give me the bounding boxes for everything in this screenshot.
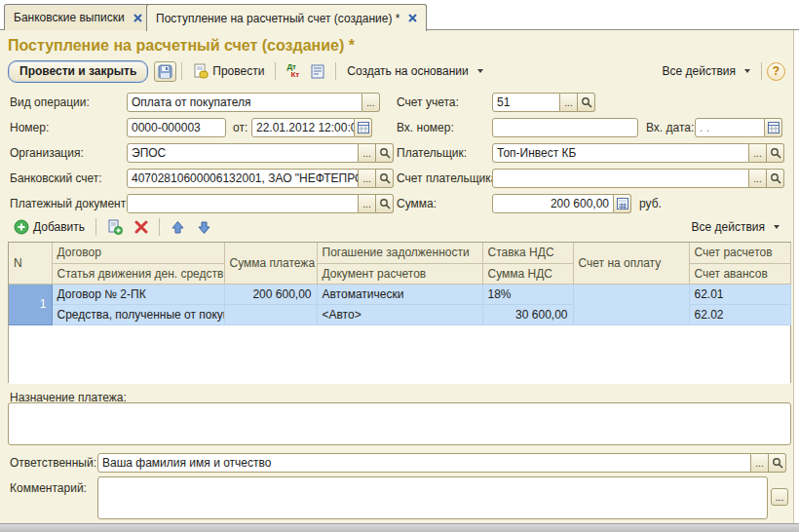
payment-document-field[interactable] — [127, 194, 359, 213]
chevron-down-icon — [477, 69, 483, 73]
operation-kind-group: Оплата от покупателя ... — [127, 93, 380, 112]
move-down-button[interactable] — [191, 216, 217, 238]
select-button[interactable]: ... — [560, 93, 578, 112]
payment-sum-cell[interactable]: 200 600,00 — [224, 284, 317, 304]
magnifier-icon[interactable] — [376, 194, 394, 213]
select-button[interactable]: ... — [359, 194, 376, 213]
add-row-button[interactable]: Добавить — [8, 216, 91, 238]
help-button[interactable]: ? — [767, 62, 785, 81]
account-label: Счет учета: — [397, 93, 459, 112]
bank-account-group: 40702810600006132001, ЗАО "НЕФТЕПРО ... — [127, 169, 394, 188]
calendar-icon[interactable] — [355, 118, 372, 137]
chevron-down-icon — [774, 225, 780, 229]
column-header: Погашение задолженности — [317, 243, 482, 263]
amount-field[interactable]: 200 600,00 — [492, 194, 614, 213]
magnifier-icon[interactable] — [376, 143, 394, 163]
select-button[interactable]: ... — [362, 93, 380, 112]
main-toolbar: Провести и закрыть Провести ДтКт — [8, 59, 785, 83]
incoming-number-field[interactable] — [492, 118, 638, 137]
copy-add-icon — [107, 219, 123, 235]
responsible-field[interactable]: Ваша фамилия имя и отчество — [97, 453, 751, 473]
magnifier-icon[interactable] — [578, 93, 595, 112]
page-title: Поступление на расчетный счет (создание)… — [8, 37, 355, 55]
table-row: 1 Договор № 2-ПК 200 600,00 Автоматическ… — [9, 284, 790, 304]
cashflow-item-cell[interactable]: Средства, полученные от покупат — [52, 304, 224, 324]
vat-rate-cell[interactable]: 18% — [482, 284, 573, 304]
incoming-date-group: . . — [695, 118, 782, 137]
row-number-cell[interactable]: 1 — [9, 284, 52, 324]
close-icon[interactable] — [133, 14, 142, 22]
invoice-account-cell[interactable] — [573, 284, 689, 324]
post-and-close-button[interactable]: Провести и закрыть — [8, 60, 148, 83]
account-field[interactable]: 51 — [492, 93, 560, 112]
payer-field[interactable]: Топ-Инвест КБ — [492, 143, 749, 163]
operation-kind-field[interactable]: Оплата от покупателя — [127, 93, 362, 112]
select-button[interactable]: ... — [359, 143, 376, 163]
column-header: Счет авансов — [689, 263, 790, 284]
bank-account-label: Банковский счет: — [10, 169, 102, 188]
document-structure-button[interactable] — [305, 60, 330, 82]
status-bar — [0, 523, 799, 532]
arrow-up-icon — [171, 220, 185, 235]
magnifier-icon[interactable] — [376, 169, 394, 188]
number-field[interactable]: 0000-000003 — [127, 118, 226, 137]
payment-document-group: ... — [127, 194, 394, 213]
comment-field[interactable] — [97, 476, 768, 519]
organization-field[interactable]: ЭПОС — [127, 143, 359, 163]
close-icon[interactable] — [408, 14, 417, 22]
magnifier-icon[interactable] — [769, 453, 786, 473]
column-header: Ставка НДС — [482, 243, 573, 263]
comment-label: Комментарий: — [10, 478, 87, 498]
arrow-down-icon — [197, 220, 211, 235]
magnifier-icon[interactable] — [767, 169, 784, 188]
tab-bank-statements[interactable]: Банковские выписки — [4, 4, 152, 30]
column-header: Договор — [52, 243, 224, 263]
add-icon — [14, 219, 29, 235]
date-field[interactable]: 22.01.2012 12:00:00 — [251, 118, 355, 137]
table-empty-area[interactable] — [9, 325, 790, 384]
contract-cell[interactable]: Договор № 2-ПК — [52, 284, 224, 304]
move-up-button[interactable] — [165, 216, 191, 238]
payer-account-field[interactable] — [492, 169, 749, 188]
magnifier-icon[interactable] — [767, 143, 784, 163]
select-button[interactable]: ... — [751, 453, 769, 473]
dt-kt-button[interactable]: ДтКт — [281, 60, 305, 82]
tab-label: Поступление на расчетный счет (создание)… — [156, 12, 400, 25]
date-label: от: — [233, 118, 247, 137]
column-header: Сумма платежа — [224, 243, 317, 284]
payment-sum-cell-2[interactable] — [224, 304, 317, 324]
save-button[interactable] — [154, 61, 176, 82]
calendar-icon[interactable] — [765, 118, 782, 137]
settlements-account-cell[interactable]: 62.01 — [689, 284, 790, 304]
calculator-icon[interactable] — [614, 194, 631, 213]
vat-sum-cell[interactable]: 30 600,00 — [482, 304, 573, 324]
payer-label: Плательщик: — [397, 143, 467, 163]
bank-account-field[interactable]: 40702810600006132001, ЗАО "НЕФТЕПРО — [127, 169, 359, 188]
advances-account-cell[interactable]: 62.02 — [689, 304, 790, 324]
debt-repayment-cell[interactable]: Автоматически — [317, 284, 482, 304]
select-button[interactable]: ... — [359, 169, 376, 188]
table-all-actions-button[interactable]: Все действия — [686, 216, 785, 238]
create-based-on-button[interactable]: Создать на основании — [341, 60, 489, 82]
tab-cash-receipt[interactable]: Поступление на расчетный счет (создание)… — [146, 4, 427, 31]
delete-row-button[interactable] — [129, 216, 154, 238]
help-icon: ? — [773, 64, 780, 78]
create-based-on-label: Создать на основании — [347, 64, 469, 78]
tab-strip: Банковские выписки Поступление на расчет… — [0, 0, 799, 30]
select-button[interactable]: ... — [749, 143, 767, 163]
column-header: N — [9, 243, 52, 284]
operation-kind-label: Вид операции: — [10, 93, 90, 112]
select-button[interactable]: ... — [771, 488, 788, 506]
save-icon — [158, 64, 172, 79]
select-button[interactable]: ... — [749, 169, 767, 188]
payment-purpose-field[interactable] — [8, 402, 791, 445]
copy-row-button[interactable] — [101, 216, 129, 238]
column-header: Сумма НДС — [482, 263, 573, 284]
payer-account-label: Счет плательщика: — [397, 169, 501, 188]
post-button[interactable]: Провести — [187, 60, 270, 82]
all-actions-button[interactable]: Все действия — [657, 60, 756, 82]
settlement-document-cell[interactable]: <Авто> — [317, 304, 482, 324]
app-window: Банковские выписки Поступление на расчет… — [0, 0, 799, 532]
responsible-group: Ваша фамилия имя и отчество ... — [97, 453, 786, 473]
incoming-date-field[interactable]: . . — [695, 118, 765, 137]
